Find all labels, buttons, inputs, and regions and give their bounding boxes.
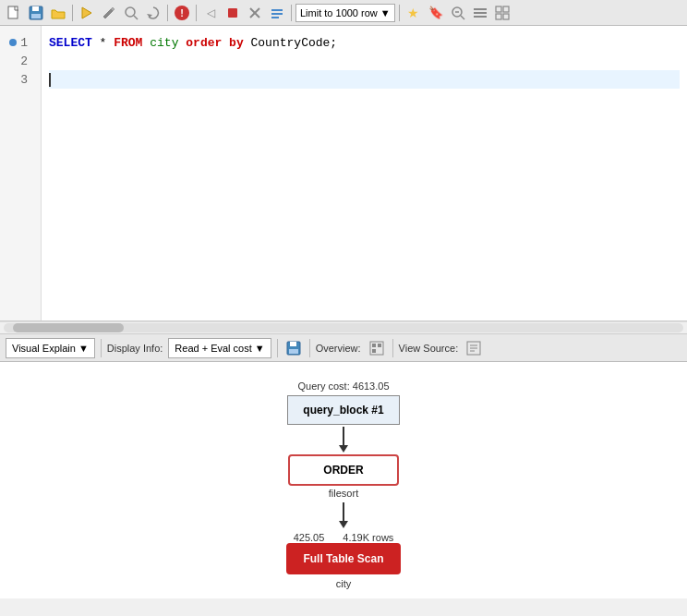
order-node[interactable]: ORDER bbox=[288, 454, 399, 486]
limit-label: Limit to 1000 row bbox=[300, 7, 378, 18]
open-icon[interactable] bbox=[48, 3, 68, 23]
arrow-line-2 bbox=[343, 502, 344, 521]
separator-6 bbox=[101, 339, 102, 357]
zoom-icon[interactable] bbox=[448, 3, 468, 23]
bookmark-icon[interactable]: 🔖 bbox=[426, 3, 446, 23]
arrow-line-1 bbox=[343, 427, 344, 445]
separator-5 bbox=[399, 5, 400, 21]
dropdown-arrow-icon-2: ▼ bbox=[255, 343, 265, 354]
svg-line-17 bbox=[461, 16, 464, 19]
svg-rect-21 bbox=[474, 16, 487, 18]
keyword-from: FROM bbox=[114, 36, 142, 50]
separator-2 bbox=[167, 5, 168, 21]
svg-marker-7 bbox=[147, 14, 152, 18]
save-icon[interactable] bbox=[26, 3, 46, 23]
table-city-label: city bbox=[336, 578, 352, 589]
svg-line-6 bbox=[134, 16, 138, 19]
breakpoint-dot[interactable] bbox=[9, 39, 17, 46]
separator-8 bbox=[309, 339, 310, 357]
separator-3 bbox=[196, 5, 197, 21]
view-source-icon[interactable] bbox=[464, 338, 484, 358]
edit-icon[interactable] bbox=[99, 3, 119, 23]
query-block-label: query_block #1 bbox=[303, 404, 383, 417]
full-table-scan-node[interactable]: Full Table Scan bbox=[286, 543, 400, 574]
visual-explain-label: Visual Explain bbox=[12, 343, 76, 354]
overview-icon[interactable] bbox=[367, 338, 387, 358]
cancel-icon[interactable] bbox=[245, 3, 265, 23]
scroll-track[interactable] bbox=[4, 323, 683, 332]
svg-rect-0 bbox=[8, 6, 18, 18]
code-line-1: SELECT * FROM city order by CountryCode; bbox=[49, 33, 680, 52]
stop-icon[interactable] bbox=[223, 3, 243, 23]
dropdown-arrow-icon: ▼ bbox=[78, 343, 89, 354]
text-cursor bbox=[49, 73, 58, 87]
separator-7 bbox=[277, 339, 278, 357]
arrow-head-1 bbox=[339, 445, 348, 453]
rows-value: 4.19K rows bbox=[343, 532, 393, 543]
svg-rect-27 bbox=[290, 342, 296, 346]
error-icon[interactable]: ! bbox=[172, 3, 192, 23]
node-stats: 425.05 4.19K rows bbox=[294, 532, 394, 543]
svg-point-5 bbox=[126, 7, 135, 17]
svg-rect-32 bbox=[372, 349, 376, 353]
settings-icon[interactable] bbox=[470, 3, 490, 23]
keyword-by: by bbox=[229, 36, 244, 50]
arrow-2 bbox=[339, 502, 348, 528]
svg-rect-15 bbox=[271, 17, 279, 18]
search-icon[interactable] bbox=[121, 3, 141, 23]
table-name: city bbox=[150, 36, 178, 50]
diagram-center: Query cost: 4613.05 query_block #1 ORDER… bbox=[9, 371, 678, 589]
display-info-dropdown[interactable]: Read + Eval cost ▼ bbox=[168, 338, 271, 358]
main-toolbar: ! ◁ Limit to 1000 row ▼ ★ 🔖 bbox=[0, 0, 687, 26]
new-file-icon[interactable] bbox=[4, 3, 24, 23]
code-line-2 bbox=[49, 52, 680, 70]
svg-rect-13 bbox=[271, 9, 283, 11]
svg-text:!: ! bbox=[180, 7, 184, 18]
display-info-label: Display Info: bbox=[107, 343, 163, 354]
visual-explain-dropdown[interactable]: Visual Explain ▼ bbox=[6, 338, 95, 358]
line-number-2: 2 bbox=[0, 52, 33, 70]
visual-explain-diagram: Query cost: 4613.05 query_block #1 ORDER… bbox=[0, 362, 687, 598]
svg-rect-31 bbox=[378, 344, 381, 347]
full-scan-label: Full Table Scan bbox=[303, 552, 383, 565]
arrow-head-2 bbox=[339, 521, 348, 528]
order-label: ORDER bbox=[323, 464, 363, 477]
star-icon[interactable]: ★ bbox=[404, 3, 424, 23]
svg-rect-3 bbox=[31, 14, 41, 18]
svg-rect-24 bbox=[496, 14, 501, 19]
query-cost-label: Query cost: 4613.05 bbox=[297, 380, 389, 392]
code-line-3 bbox=[49, 70, 680, 89]
view-source-label: View Source: bbox=[399, 343, 459, 354]
svg-rect-28 bbox=[289, 349, 298, 354]
horizontal-scrollbar[interactable] bbox=[0, 321, 687, 334]
limit-dropdown[interactable]: Limit to 1000 row ▼ bbox=[295, 4, 395, 22]
cost-value: 425.05 bbox=[294, 532, 325, 543]
refresh-icon[interactable] bbox=[143, 3, 163, 23]
execute-icon[interactable] bbox=[77, 3, 97, 23]
save-explain-icon[interactable] bbox=[283, 338, 304, 358]
arrow-1 bbox=[339, 427, 348, 453]
dropdown-arrow-icon: ▼ bbox=[380, 7, 391, 18]
separator-9 bbox=[392, 339, 393, 357]
svg-rect-22 bbox=[496, 6, 501, 12]
line-numbers: 1 2 3 bbox=[0, 26, 42, 320]
query-block-node[interactable]: query_block #1 bbox=[287, 395, 399, 425]
code-editor[interactable]: SELECT * FROM city order by CountryCode; bbox=[42, 26, 687, 320]
display-info-value: Read + Eval cost bbox=[175, 343, 251, 354]
svg-rect-2 bbox=[32, 6, 39, 11]
svg-rect-30 bbox=[372, 344, 376, 347]
separator-1 bbox=[72, 5, 73, 21]
line-number-1: 1 bbox=[0, 33, 33, 52]
svg-rect-23 bbox=[503, 6, 509, 12]
grid-icon[interactable] bbox=[492, 3, 512, 23]
explain-icon[interactable] bbox=[267, 3, 287, 23]
svg-rect-19 bbox=[474, 8, 487, 10]
editor-container: 1 2 3 SELECT * FROM city order by Countr… bbox=[0, 26, 687, 321]
keyword-order: order bbox=[186, 36, 222, 50]
keyword-select: SELECT bbox=[49, 36, 92, 50]
svg-rect-20 bbox=[474, 12, 487, 14]
scroll-thumb[interactable] bbox=[13, 323, 124, 332]
svg-rect-10 bbox=[228, 8, 237, 18]
explain-toolbar: Visual Explain ▼ Display Info: Read + Ev… bbox=[0, 334, 687, 362]
skip-back-icon[interactable]: ◁ bbox=[200, 3, 221, 23]
